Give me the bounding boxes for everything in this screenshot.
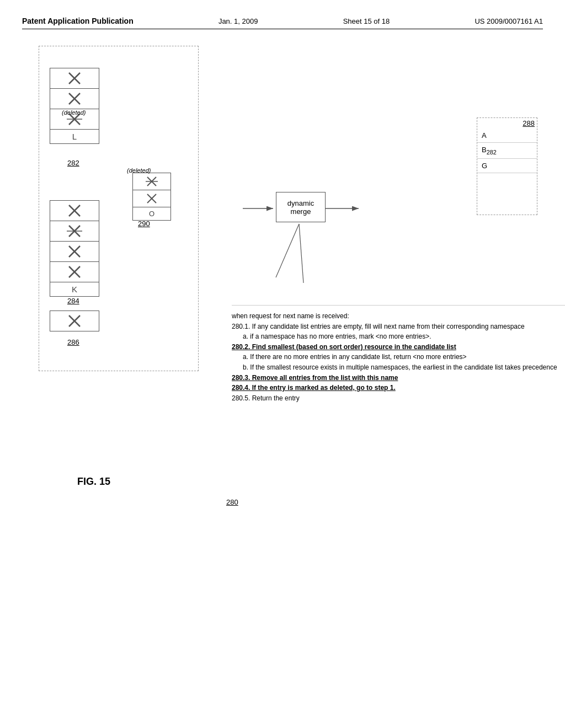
x-deleted-icon-290-1 [146, 175, 158, 188]
list-box-286 [50, 311, 99, 331]
annotation-area: when request for next name is received: … [232, 305, 565, 403]
page-header: Patent Application Publication Jan. 1, 2… [22, 17, 543, 29]
header-sheet: Sheet 15 of 18 [343, 17, 390, 25]
page: Patent Application Publication Jan. 1, 2… [0, 0, 565, 728]
x-icon-284-3 [67, 244, 82, 259]
header-date: Jan. 1, 2009 [218, 17, 258, 25]
list-box-284-row-2-deleted [50, 221, 99, 242]
list-box-282-row-1 [50, 68, 99, 89]
list-box-282: L [50, 68, 99, 144]
list-box-282-row-2 [50, 89, 99, 109]
main-content: L (deleted) 282 [22, 46, 543, 697]
step-3-title: 280.3. Remove all entries from the list … [232, 374, 398, 382]
list-box-284-row-3 [50, 242, 99, 262]
list-box-290-row-2 [133, 190, 170, 207]
x-icon-290-2 [146, 192, 158, 205]
box-282-label: 282 [67, 159, 79, 167]
list-box-290: O [132, 173, 171, 221]
left-diagram-area: L (deleted) 282 [22, 46, 232, 697]
header-patent: US 2009/0007161 A1 [475, 17, 543, 25]
list-box-282-row-letter: L [50, 130, 99, 143]
x-icon-284-1 [67, 203, 82, 218]
box-286-label: 286 [67, 338, 79, 346]
ns-288-empty [477, 173, 537, 215]
ns-288-row-b: B282 [477, 143, 537, 159]
x-icon-284-4 [67, 264, 82, 280]
step-4-title: 280.4. If the entry is marked as deleted… [232, 384, 396, 392]
ns-288-id: 288 [477, 118, 537, 129]
annotation-intro: when request for next name is received: [232, 311, 565, 322]
ref-280: 280 [226, 498, 238, 506]
fig-label: FIG. 15 [77, 476, 110, 488]
list-box-290-row-letter: O [133, 207, 170, 220]
x-icon-282-2 [67, 91, 82, 106]
step-2-title: 280.2. Find smallest (based on sort orde… [232, 343, 456, 351]
list-box-286-row-1 [50, 311, 99, 331]
merge-box-label: dynamic merge [287, 199, 314, 216]
deleted-label-290: (deleted) [127, 167, 151, 174]
ns-288-row-g: G [477, 159, 537, 173]
x-icon-282-1 [67, 71, 82, 86]
right-diagram-area: dynamic merge 288 A B282 G when request … [232, 46, 543, 697]
ns-box-288: 288 A B282 G [477, 117, 537, 215]
header-publication-label: Patent Application Publication [22, 17, 134, 25]
merge-box: dynamic merge [276, 192, 326, 222]
box-284-label: 284 [67, 297, 79, 305]
list-box-284-row-4 [50, 262, 99, 282]
annotation-step-4: 280.4. If the entry is marked as deleted… [232, 383, 565, 393]
annotation-step-3: 280.3. Remove all entries from the list … [232, 373, 565, 383]
ns-288-row-a: A [477, 129, 537, 143]
box-290-label: 290 [138, 220, 150, 228]
svg-line-28 [299, 224, 303, 283]
x-icon-286-1 [67, 313, 82, 329]
list-box-284-row-letter: K [50, 282, 99, 296]
list-box-284: K [50, 200, 99, 297]
annotation-step-5: 280.5. Return the entry [232, 393, 565, 404]
svg-line-27 [276, 224, 299, 277]
list-box-290-row-1-deleted [133, 173, 170, 190]
annotation-step-1: 280.1. If any candidate list entries are… [232, 322, 565, 342]
x-deleted-icon-284 [67, 223, 82, 239]
list-box-284-row-1 [50, 201, 99, 221]
annotation-step-2: 280.2. Find smallest (based on sort orde… [232, 342, 565, 373]
deleted-label-282: (deleted) [62, 109, 86, 116]
